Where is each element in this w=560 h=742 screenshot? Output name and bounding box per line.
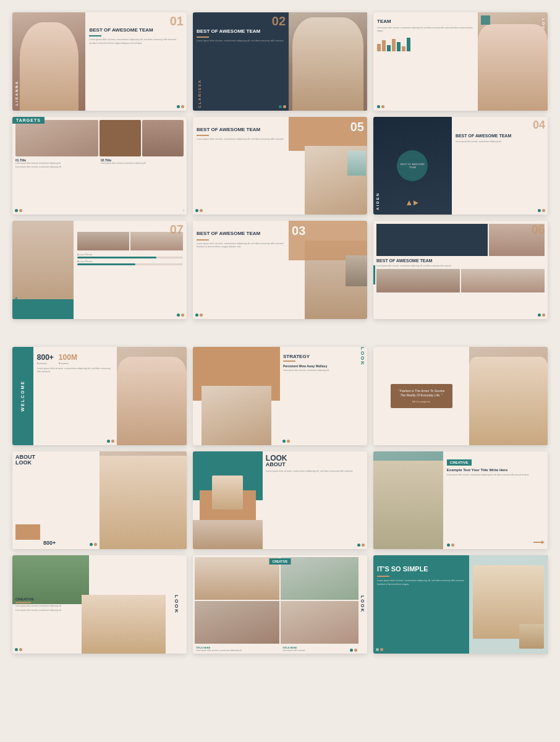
- slide-9-title: BEST OF AWESOME TEAM: [376, 258, 545, 263]
- vert-look-b7: LOOK: [174, 595, 179, 614]
- slide-b4: ABOUT LOOK 800+: [12, 451, 187, 550]
- slide-5: BEST OF AWESOME TEAM Lorem ipsum dolor s…: [193, 117, 367, 215]
- b1-body: Lorem ipsum dolor sit amet, consectetuer…: [37, 367, 113, 374]
- slide-5-body: Lorem ipsum dolor sit amet, consectetuer…: [197, 138, 285, 141]
- b4-look: LOOK: [15, 460, 96, 466]
- slide-b1: WELCOME 800+ Business 100M Business Lore…: [12, 347, 187, 445]
- b7-body2: Lorem ipsum dolor sit amet, consectetuer…: [15, 609, 62, 612]
- slide-1-body: Lorem ipsum dolor sit amet, consectetuer…: [89, 38, 183, 45]
- slide-9-body: Lorem ipsum dolor sit amet, consectetuer…: [376, 265, 545, 267]
- stat1-label: Business: [37, 362, 54, 365]
- slide-7: ADELE 07 Aurora Pierce: [12, 221, 187, 319]
- slide-b9: IT'S SO SIMPLE Lorem ipsum dolor sit ame…: [373, 555, 548, 654]
- slide-b6: CREATIVE Example Text Your Title Write H…: [373, 451, 548, 550]
- slide-1: LISANNA 01 BEST OF AWESOME TEAM Lorem ip…: [12, 12, 187, 111]
- stat2: 100M: [59, 353, 77, 362]
- vert-clarissa: CLARISSA: [198, 79, 202, 108]
- slide-8-body: Lorem ipsum dolor sit amet, consectetuer…: [197, 242, 285, 249]
- b6-badge: CREATIVE: [450, 461, 469, 464]
- slide-b7: CREATIVE Lorem ipsum dolor sit amet, con…: [12, 555, 187, 654]
- targets-label: TARGETS: [12, 117, 45, 124]
- b5-about: ABOUT: [266, 462, 364, 467]
- vert-look: LOOK: [360, 347, 365, 445]
- b3-quote: " Fashion is The Armor To Survive The Re…: [396, 389, 448, 398]
- slide-2-num: 02: [272, 14, 286, 28]
- top-grid: LISANNA 01 BEST OF AWESOME TEAM Lorem ip…: [12, 12, 548, 319]
- slide-8-num: 03: [292, 224, 305, 238]
- vert-welcome: WELCOME: [20, 380, 25, 412]
- bottom-grid: WELCOME 800+ Business 100M Business Lore…: [12, 347, 548, 654]
- b7-body: Lorem ipsum dolor sit amet, consectetuer…: [15, 605, 62, 607]
- b6-body: Lorem ipsum dolor sit amet, consectetuer…: [447, 474, 544, 477]
- slide-b8: CREATIVE TITLE HERE Lorem ipsum dolor si…: [193, 555, 367, 654]
- slide-3-team-label: TEAM: [377, 19, 474, 24]
- b9-body: Lorem ipsum dolor sit amet, consectetuer…: [377, 579, 465, 586]
- vert-look-b8: LOOK: [360, 595, 365, 613]
- slide-b3: " Fashion is The Armor To Survive The Re…: [373, 347, 548, 445]
- b2-subtitle: Persistent Wow Away Wallaoy: [283, 364, 357, 368]
- slide-5-title: BEST OF AWESOME TEAM: [197, 127, 285, 133]
- b2-body: Lorem ipsum dolor sit amet, consectetuer…: [283, 369, 357, 372]
- slide-7-name2: Aurora Pierce: [77, 260, 183, 263]
- slide-9-num: 06: [532, 223, 545, 237]
- b8-body: Lorem ipsum dolor sit amet, consectetuer…: [196, 649, 278, 652]
- col1-body: Lorem ipsum dolor sit amet consectetuer …: [15, 162, 98, 164]
- slide-3-body: Lorem ipsum dolor sit amet, consectetuer…: [377, 27, 474, 32]
- slide-5-num: 05: [350, 120, 364, 134]
- b4-stat: 800+: [43, 540, 56, 546]
- stat1: 800+: [37, 353, 54, 362]
- slide-6-body: Lorem ipsum dolor sit amet, consectetuer…: [456, 140, 544, 143]
- section-divider: [12, 338, 548, 347]
- slide-7-name1: Aurora Pierce: [77, 253, 183, 256]
- slide-1-title: BEST OF AWESOME TEAM: [89, 27, 183, 33]
- slide-1-num: 01: [170, 14, 184, 28]
- b3-attr: Bill Cunningham: [396, 400, 448, 403]
- slide-4: TARGETS 01.Title Lorem ipsum dolor sit a…: [12, 117, 187, 215]
- slide-b2: LOOK STRATEGY Persistent Wow Away Wallao…: [193, 347, 367, 445]
- slide-7-num: 07: [170, 223, 184, 237]
- b6-title: Example Text Your Title Write Here: [447, 468, 544, 473]
- slide-6-num: 04: [533, 119, 545, 132]
- col2-body: Lorem ipsum dolor sit amet consectetuer …: [101, 162, 184, 164]
- slide-6-title: BEST OF AWESOME TEAM: [456, 133, 544, 139]
- slide4-num: 3: [182, 208, 184, 212]
- slide-8: BEST OF AWESOME TEAM Lorem ipsum dolor s…: [193, 221, 367, 319]
- b9-title: IT'S SO SIMPLE: [377, 565, 465, 573]
- slide-2-body: Lorem ipsum dolor sit amet, consectetuer…: [197, 40, 285, 43]
- slide-2: 02 BEST OF AWESOME TEAM Lorem ipsum dolo…: [193, 12, 367, 111]
- vert-text-lisanna: LISANNA: [15, 80, 19, 106]
- slide-2-title: BEST OF AWESOME TEAM: [197, 28, 285, 35]
- slide-3: TEAM Lorem ipsum dolor sit amet, consect…: [373, 12, 548, 111]
- stat2-label: Business: [59, 362, 77, 365]
- slide-9: 06 BEST OF AWESOME TEAM Lorem ipsum dolo…: [373, 221, 548, 319]
- slide-6: AIDEN BEST OF AWESOME TEAM 04 BEST OF AW…: [373, 117, 548, 215]
- b5-body: Lorem ipsum dolor sit amet, consectetuer…: [266, 470, 364, 473]
- b5-look: LOOK: [266, 454, 364, 462]
- b8-badge: CREATIVE: [273, 560, 288, 563]
- slide4-body: Lorem ipsum dolor sit amet, consectetuer…: [15, 166, 184, 168]
- slide-8-title: BEST OF AWESOME TEAM: [197, 231, 285, 237]
- slide-b5: LOOK ABOUT Lorem ipsum dolor sit amet, c…: [193, 451, 367, 550]
- b7-badge: CREATIVE: [15, 597, 62, 601]
- b2-strategy: STRATEGY: [283, 354, 357, 359]
- vert-aiden: AIDEN: [376, 192, 380, 210]
